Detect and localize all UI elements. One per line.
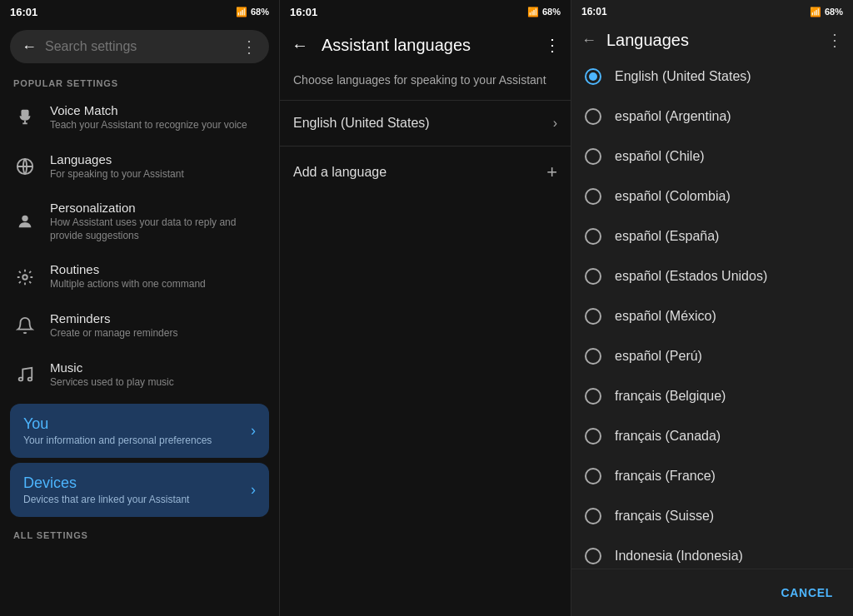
battery-icon-2: 68%	[542, 7, 561, 17]
panel3-title: Languages	[606, 31, 689, 50]
devices-card-subtitle: Devices that are linked your Assistant	[23, 494, 189, 505]
devices-card[interactable]: Devices Devices that are linked your Ass…	[10, 463, 269, 517]
cancel-button[interactable]: CANCEL	[777, 579, 836, 606]
personalization-title: Personalization	[50, 201, 266, 215]
voice-match-text: Voice Match Teach your Assistant to reco…	[50, 103, 266, 132]
radio-button[interactable]	[585, 228, 601, 245]
more-options-2[interactable]: ⋮	[544, 35, 561, 55]
radio-button[interactable]	[585, 388, 601, 405]
language-option[interactable]: español (España)	[571, 216, 853, 256]
signal-icon-2: 📶	[527, 7, 539, 17]
music-text: Music Services used to play music	[50, 360, 266, 390]
svg-point-4	[22, 216, 27, 221]
current-language-row[interactable]: English (United States) ›	[280, 101, 571, 147]
you-card-text: You Your information and personal prefer…	[23, 415, 212, 446]
devices-card-chevron: ›	[251, 481, 256, 499]
panel-language-selection: 16:01 📶 68% ← Languages ⋮ English (Unite…	[571, 0, 853, 616]
radio-button[interactable]	[585, 348, 601, 365]
radio-button[interactable]	[585, 548, 601, 564]
settings-item-routines[interactable]: Routines Multiple actions with one comma…	[0, 252, 279, 301]
time-1: 16:01	[10, 6, 37, 18]
radio-button[interactable]	[585, 188, 601, 205]
search-bar[interactable]: ← ⋮	[10, 30, 269, 63]
radio-button[interactable]	[585, 148, 601, 165]
language-option-name: English (United States)	[615, 69, 751, 84]
you-card-chevron: ›	[251, 422, 256, 440]
time-3: 16:01	[581, 6, 607, 17]
back-arrow-search[interactable]: ←	[22, 38, 37, 56]
search-input[interactable]	[45, 39, 232, 54]
panel3-header: ← Languages ⋮	[571, 23, 853, 57]
language-option[interactable]: español (Chile)	[571, 137, 853, 176]
routines-subtitle: Multiple actions with one command	[50, 278, 266, 291]
reminders-subtitle: Create or manage reminders	[50, 327, 266, 340]
reminders-title: Reminders	[50, 311, 266, 325]
you-card-title: You	[23, 415, 212, 433]
languages-subtitle: For speaking to your Assistant	[50, 168, 266, 181]
status-icons-2: 📶 68%	[527, 7, 561, 17]
language-option-name: français (Belgique)	[615, 389, 726, 404]
radio-button[interactable]	[585, 428, 601, 445]
settings-item-personalization[interactable]: Personalization How Assistant uses your …	[0, 191, 279, 252]
languages-icon	[13, 155, 37, 178]
nav-bar-2: ← Assistant languages ⋮	[280, 23, 571, 67]
popular-settings-label: POPULAR SETTINGS	[0, 70, 279, 93]
language-options-list: English (United States)español (Argentin…	[571, 57, 853, 616]
you-card-subtitle: Your information and personal preference…	[23, 435, 212, 446]
status-bar-3: 16:01 📶 68%	[571, 0, 853, 23]
signal-icon-1: 📶	[236, 7, 247, 17]
current-language-name: English (United States)	[293, 116, 430, 131]
language-option[interactable]: español (Colombia)	[571, 176, 853, 216]
add-language-label: Add a language	[293, 165, 387, 180]
language-option-name: español (Perú)	[615, 349, 702, 364]
svg-point-5	[22, 275, 27, 280]
language-option[interactable]: français (Belgique)	[571, 376, 853, 416]
personalization-subtitle: How Assistant uses your data to reply an…	[50, 216, 266, 242]
settings-list: Voice Match Teach your Assistant to reco…	[0, 93, 279, 616]
status-bar-2: 16:01 📶 68%	[280, 0, 571, 23]
radio-button[interactable]	[585, 468, 601, 484]
music-subtitle: Services used to play music	[50, 376, 266, 390]
add-language-plus-icon: +	[546, 161, 557, 183]
panel-assistant-languages: 16:01 📶 68% ← Assistant languages ⋮ Choo…	[280, 0, 571, 616]
battery-icon-3: 68%	[825, 7, 843, 17]
back-arrow-3[interactable]: ←	[581, 32, 596, 49]
status-icons-3: 📶 68%	[810, 7, 843, 17]
radio-button[interactable]	[585, 108, 601, 125]
status-bar-1: 16:01 📶 68%	[0, 0, 279, 23]
radio-button[interactable]	[585, 268, 601, 285]
voice-match-icon	[13, 106, 37, 129]
panel2-description: Choose languages for speaking to your As…	[280, 67, 571, 101]
language-option-name: español (Estados Unidos)	[615, 269, 767, 284]
language-option-name: français (Canada)	[615, 429, 721, 444]
settings-item-music[interactable]: Music Services used to play music	[0, 350, 279, 400]
devices-card-title: Devices	[23, 474, 189, 492]
time-2: 16:01	[290, 6, 317, 18]
language-option-name: español (Chile)	[615, 149, 705, 164]
language-option-name: español (Colombia)	[615, 189, 731, 204]
back-button-2[interactable]: ←	[285, 30, 315, 60]
settings-item-reminders[interactable]: Reminders Create or manage reminders	[0, 301, 279, 350]
language-option-name: español (México)	[615, 309, 716, 324]
all-settings-label: ALL SETTINGS	[0, 522, 279, 545]
settings-item-languages[interactable]: Languages For speaking to your Assistant	[0, 142, 279, 191]
language-option[interactable]: français (France)	[571, 456, 853, 496]
radio-button[interactable]	[585, 308, 601, 325]
language-option[interactable]: español (Perú)	[571, 336, 853, 376]
add-language-row[interactable]: Add a language +	[280, 147, 571, 198]
settings-item-voice-match[interactable]: Voice Match Teach your Assistant to reco…	[0, 93, 279, 142]
language-option[interactable]: español (Estados Unidos)	[571, 256, 853, 296]
status-icons-1: 📶 68%	[236, 7, 269, 17]
radio-button[interactable]	[585, 68, 601, 85]
radio-button[interactable]	[585, 508, 601, 524]
more-options-icon[interactable]: ⋮	[241, 37, 257, 57]
more-options-3[interactable]: ⋮	[826, 30, 843, 50]
routines-icon	[13, 266, 37, 289]
language-option-name: español (Argentina)	[615, 109, 731, 124]
language-option[interactable]: español (Argentina)	[571, 97, 853, 137]
language-option[interactable]: français (Canada)	[571, 416, 853, 456]
language-option[interactable]: français (Suisse)	[571, 496, 853, 536]
you-card[interactable]: You Your information and personal prefer…	[10, 404, 269, 458]
language-option[interactable]: español (México)	[571, 296, 853, 336]
language-option[interactable]: English (United States)	[571, 57, 853, 97]
